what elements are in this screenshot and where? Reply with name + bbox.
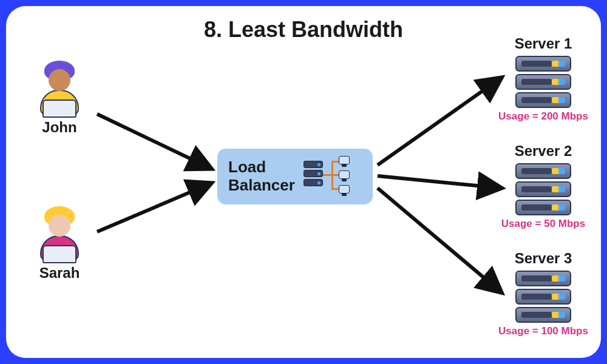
lb-label-line2: Balancer — [228, 176, 295, 194]
server-usage: Usage = 50 Mbps — [498, 218, 589, 230]
person-icon — [35, 206, 84, 261]
load-balancer: Load Balancer — [217, 149, 373, 204]
server-stack-icon — [515, 56, 571, 108]
user-label-john: John — [35, 119, 84, 136]
arrow-john-to-lb — [97, 114, 211, 169]
arrow-lb-to-server1 — [378, 78, 501, 165]
user-john: John — [35, 61, 84, 136]
server-label: Server 1 — [498, 35, 589, 52]
server-label: Server 3 — [498, 250, 589, 267]
server-stack-icon — [515, 271, 571, 323]
user-sarah: Sarah — [35, 206, 84, 281]
server-usage: Usage = 100 Mbps — [498, 325, 589, 337]
server-2: Server 2 Usage = 50 Mbps — [498, 143, 589, 230]
server-usage: Usage = 200 Mbps — [498, 110, 589, 123]
arrow-sarah-to-lb — [97, 183, 211, 232]
arrow-lb-to-server3 — [378, 188, 501, 292]
server-3: Server 3 Usage = 100 Mbps — [498, 250, 589, 337]
server-1: Server 1 Usage = 200 Mbps — [498, 35, 589, 123]
arrow-lb-to-server2 — [378, 176, 501, 188]
load-balancer-label: Load Balancer — [228, 158, 295, 195]
diagram-canvas: 8. Least Bandwidth John Sarah Load Balan… — [6, 6, 601, 358]
lb-label-line1: Load — [228, 158, 266, 176]
user-label-sarah: Sarah — [35, 265, 84, 281]
server-stack-icon — [515, 163, 571, 215]
person-icon — [35, 61, 84, 115]
server-label: Server 2 — [498, 143, 589, 160]
load-balancer-icon — [304, 157, 351, 196]
